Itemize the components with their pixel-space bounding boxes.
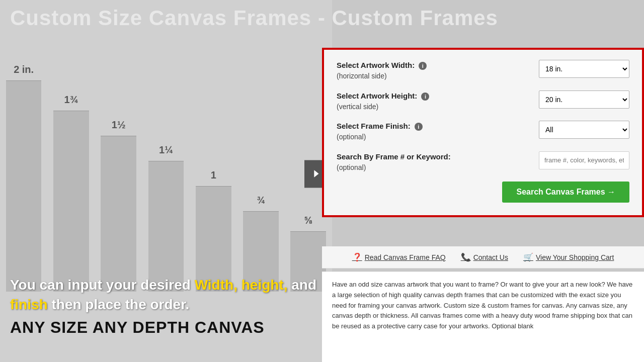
contact-link-text: Contact Us — [473, 253, 508, 261]
page-title: Custom Size Canvas Frames - Custom Frame… — [0, 0, 644, 36]
artwork-height-info-icon[interactable]: i — [421, 93, 429, 101]
keyword-search-input[interactable] — [539, 151, 629, 169]
artwork-width-row: Select Artwork Width: i (horizontal side… — [337, 60, 629, 81]
faq-link[interactable]: ❓ Read Canvas Frame FAQ — [352, 252, 446, 262]
size-bar-label: 1½ — [112, 119, 126, 131]
artwork-height-label: Select Artwork Height: i (vertical side) — [337, 90, 531, 112]
size-bar-item: 1¾ — [47, 94, 95, 292]
highlight-height: height, — [242, 277, 288, 293]
cart-link-text: View Your Shopping Cart — [536, 253, 614, 261]
faq-link-text: Read Canvas Frame FAQ — [365, 253, 446, 261]
artwork-width-control: 18 in. 14 in. 16 in. 20 in. 24 in. 30 in… — [539, 60, 629, 78]
links-row: ❓ Read Canvas Frame FAQ 📞 Contact Us 🛒 V… — [322, 246, 644, 268]
artwork-height-sub-label: (vertical side) — [337, 103, 378, 111]
artwork-width-sub-label: (horizontal side) — [337, 72, 387, 80]
keyword-search-control — [539, 151, 629, 169]
size-bar-rect — [148, 161, 184, 292]
frame-finish-select[interactable]: All Black White Natural Wood Gold Silver — [539, 121, 629, 139]
frame-finish-label: Select Frame Finish: i (optional) — [337, 121, 531, 142]
highlight-width: Width, — [195, 277, 237, 293]
svg-marker-0 — [314, 170, 318, 177]
cart-icon: 🛒 — [523, 252, 533, 262]
size-bar-rect — [53, 111, 89, 292]
size-bar-label: 1¾ — [64, 94, 78, 106]
artwork-height-select[interactable]: 20 in. 14 in. 16 in. 18 in. 24 in. 30 in… — [539, 90, 629, 109]
size-bar-label: ⅝ — [304, 215, 312, 226]
artwork-height-row: Select Artwork Height: i (vertical side)… — [337, 90, 629, 112]
size-bar-rect — [101, 136, 136, 292]
artwork-width-label: Select Artwork Width: i (horizontal side… — [337, 60, 531, 81]
contact-link[interactable]: 📞 Contact Us — [461, 252, 508, 262]
keyword-search-row: Search By Frame # or Keyword: (optional) — [337, 151, 629, 173]
search-canvas-frames-button[interactable]: Search Canvas Frames → — [502, 182, 629, 203]
size-bar-item: 1¼ — [142, 144, 190, 292]
frame-finish-info-icon[interactable]: i — [415, 123, 423, 131]
frame-finish-sub-label: (optional) — [337, 133, 366, 141]
search-form-panel: Select Artwork Width: i (horizontal side… — [322, 48, 644, 217]
size-bar-label: 1 — [211, 169, 216, 181]
size-bar-item: 1½ — [95, 119, 142, 292]
size-bar-item: 2 in. — [0, 64, 47, 292]
artwork-height-control: 20 in. 14 in. 16 in. 18 in. 24 in. 30 in… — [539, 90, 629, 109]
faq-icon: ❓ — [352, 252, 362, 262]
size-bars-container: 2 in.1¾1½1¼1¾⅝ — [0, 40, 332, 292]
cart-link[interactable]: 🛒 View Your Shopping Cart — [523, 252, 614, 262]
overlay-main-text: You can input your desired Width, height… — [10, 275, 316, 314]
size-bar-item: 1 — [190, 169, 237, 292]
keyword-search-sub-label: (optional) — [337, 163, 366, 171]
overlay-sub-text: ANY SIZE ANY DEPTH CANVAS — [10, 318, 316, 337]
size-bar-label: 1¼ — [159, 144, 173, 156]
frame-finish-control: All Black White Natural Wood Gold Silver — [539, 121, 629, 139]
artwork-width-select[interactable]: 18 in. 14 in. 16 in. 20 in. 24 in. 30 in… — [539, 60, 629, 78]
keyword-search-label: Search By Frame # or Keyword: (optional) — [337, 151, 531, 173]
contact-icon: 📞 — [461, 252, 471, 262]
overlay-text: You can input your desired Width, height… — [10, 275, 316, 337]
artwork-width-info-icon[interactable]: i — [419, 62, 427, 70]
search-button-row: Search Canvas Frames → — [337, 182, 629, 203]
size-bar-rect — [6, 80, 42, 292]
size-bar-label: 2 in. — [14, 64, 34, 75]
size-bar-label: ¾ — [257, 195, 265, 206]
highlight-finish: finish — [10, 297, 48, 312]
description-area: Have an odd size canvas artwork that you… — [322, 272, 644, 362]
frame-finish-row: Select Frame Finish: i (optional) All Bl… — [337, 121, 629, 142]
